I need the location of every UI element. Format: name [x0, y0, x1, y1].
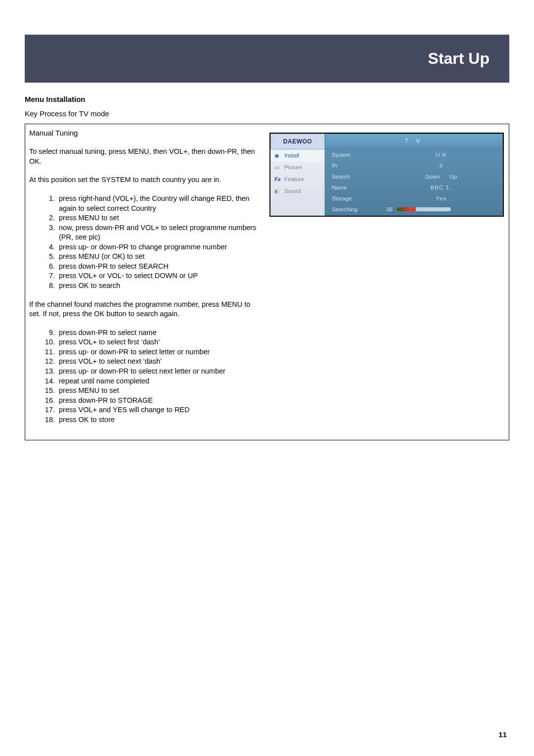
manual-tuning-title: Manual Tuning	[29, 128, 263, 138]
osd-search-up: Up	[449, 174, 457, 180]
content-frame: Manual Tuning To select manual tuning, p…	[25, 124, 509, 440]
osd-menu-install[interactable]: ◉ Install	[270, 149, 324, 161]
page-header: Start Up	[25, 35, 509, 83]
step-item: now, press down-PR and VOL+ to select pr…	[57, 223, 263, 242]
tv-osd-screenshot: DAEWOO ◉ Install ▭ Picture Fx Feature	[269, 133, 504, 217]
sound-icon: ◐	[274, 188, 281, 194]
osd-row-name[interactable]: Name BBC 1-	[325, 182, 503, 193]
osd-search-down: Down	[425, 174, 440, 180]
osd-searching-value: 36	[386, 206, 393, 212]
header-title: Start Up	[428, 49, 490, 67]
step-item: press MENU to set	[57, 386, 263, 396]
osd-right-panel: T V System U K Pr 3 Search Down Up	[325, 134, 503, 216]
section-subheading: Key Process for TV mode	[25, 109, 509, 118]
osd-row-value: Yes	[386, 195, 496, 201]
osd-menu-label: Feature	[284, 176, 304, 182]
osd-row-label: Search	[332, 174, 386, 180]
osd-menu-feature[interactable]: Fx Feature	[270, 173, 324, 185]
step-item: press right-hand (VOL+), the Country wil…	[57, 194, 263, 213]
osd-row-label: Storage	[332, 195, 386, 201]
step-item: press VOL+ to select first ‘dash’	[57, 337, 263, 347]
step-item: press down-PR to select SEARCH	[57, 262, 263, 272]
osd-menu-label: Sound	[284, 188, 301, 194]
osd-progress-fill	[397, 207, 416, 211]
mid-paragraph: If the channel found matches the program…	[29, 300, 263, 319]
osd-row-value: U K	[386, 152, 496, 158]
intro-paragraph-2: At this position set the SYSTEM to match…	[29, 175, 263, 185]
osd-menu-label: Install	[284, 152, 299, 158]
osd-menu-label: Picture	[284, 164, 302, 170]
install-icon: ◉	[274, 152, 281, 158]
osd-row-label: Pr	[332, 163, 386, 169]
instructions-column: Manual Tuning To select manual tuning, p…	[28, 127, 267, 437]
step-item: press VOL+ to select next ‘dash’	[57, 357, 263, 367]
osd-row-storage[interactable]: Storage Yes	[325, 193, 503, 204]
osd-row-label: Name	[332, 185, 386, 190]
step-item: press OK to store	[57, 415, 263, 425]
osd-menu-picture[interactable]: ▭ Picture	[270, 161, 324, 173]
section-heading: Menu Installation	[25, 95, 509, 103]
step-item: press MENU (or OK) to set	[57, 252, 263, 262]
step-item: press VOL+ or VOL- to select DOWN or UP	[57, 271, 263, 281]
osd-row-value: BBC 1-	[386, 185, 496, 190]
step-item: press down-PR to STORAGE	[57, 396, 263, 406]
osd-row-label: System	[332, 152, 386, 158]
osd-row-pr[interactable]: Pr 3	[325, 160, 503, 171]
step-item: press VOL+ and YES will change to RED	[57, 405, 263, 415]
page-number: 11	[498, 730, 507, 739]
step-item: repeat until name completed	[57, 377, 263, 386]
osd-rows: System U K Pr 3 Search Down Up	[325, 148, 503, 216]
steps-list-a: press right-hand (VOL+), the Country wil…	[29, 194, 263, 291]
osd-progress-bar	[397, 207, 451, 211]
intro-paragraph-1: To select manual tuning, press MENU, the…	[29, 147, 263, 166]
osd-row-searching: Searching 36	[325, 204, 503, 215]
osd-row-system[interactable]: System U K	[325, 149, 503, 160]
osd-menu-sound[interactable]: ◐ Sound	[270, 185, 324, 197]
step-item: press up- or down-PR to select letter or…	[57, 347, 263, 357]
step-item: press MENU to set	[57, 213, 263, 223]
osd-top-tab: T V	[325, 134, 503, 148]
osd-row-value: 3	[386, 163, 496, 169]
osd-sidebar: DAEWOO ◉ Install ▭ Picture Fx Feature	[270, 134, 325, 216]
picture-icon: ▭	[274, 164, 281, 170]
step-item: press up- or down-PR to change programme…	[57, 242, 263, 252]
osd-row-search[interactable]: Search Down Up	[325, 171, 503, 182]
screenshot-column: DAEWOO ◉ Install ▭ Picture Fx Feature	[267, 127, 506, 437]
step-item: press OK to search	[57, 281, 263, 291]
osd-menu: ◉ Install ▭ Picture Fx Feature ◐ Sound	[270, 149, 325, 216]
osd-brand-label: DAEWOO	[270, 134, 325, 149]
feature-icon: Fx	[274, 176, 281, 182]
steps-list-b: press down-PR to select name press VOL+ …	[29, 328, 263, 425]
osd-row-label: Searching	[332, 206, 386, 212]
step-item: press down-PR to select name	[57, 328, 263, 338]
step-item: press up- or down-PR to select next lett…	[57, 367, 263, 377]
